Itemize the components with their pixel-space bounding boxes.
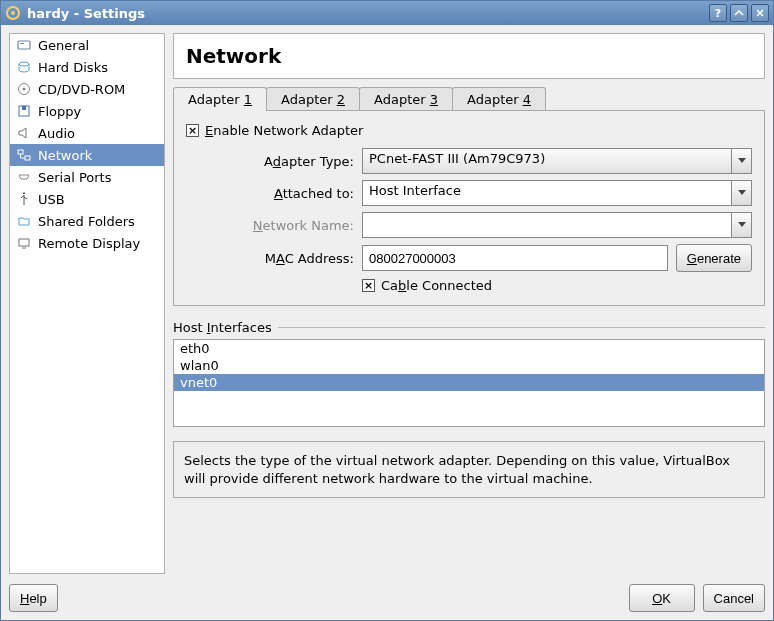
sidebar-item-floppy[interactable]: Floppy — [10, 100, 164, 122]
svg-rect-2 — [18, 41, 30, 49]
sidebar-item-label: Remote Display — [38, 236, 140, 251]
sidebar-item-cd-dvd[interactable]: CD/DVD-ROM — [10, 78, 164, 100]
attached-to-value: Host Interface — [362, 180, 732, 206]
svg-point-4 — [19, 62, 29, 66]
attached-to-label: Attached to: — [206, 186, 354, 201]
hard-disk-icon — [16, 59, 32, 75]
adapter-tabs: Adapter 1 Adapter 2 Adapter 3 Adapter 4 — [173, 87, 765, 111]
tab-adapter-1[interactable]: Adapter 1 — [173, 87, 267, 111]
sidebar-item-usb[interactable]: USB — [10, 188, 164, 210]
audio-icon — [16, 125, 32, 141]
help-button[interactable]: Help — [9, 584, 58, 612]
list-item[interactable]: vnet0 — [174, 374, 764, 391]
tab-adapter-3[interactable]: Adapter 3 — [359, 87, 453, 111]
category-sidebar[interactable]: General Hard Disks CD/DVD-ROM Floppy Aud… — [9, 33, 165, 574]
tab-adapter-2[interactable]: Adapter 2 — [266, 87, 360, 111]
sidebar-item-hard-disks[interactable]: Hard Disks — [10, 56, 164, 78]
adapter-panel: × Enable Network Adapter Adapter Type: P… — [173, 110, 765, 306]
close-titlebar-button[interactable] — [751, 4, 769, 22]
titlebar: hardy - Settings ? — [1, 1, 773, 25]
sidebar-item-label: Hard Disks — [38, 60, 108, 75]
rollup-titlebar-button[interactable] — [730, 4, 748, 22]
window-title: hardy - Settings — [27, 6, 706, 21]
network-icon — [16, 147, 32, 163]
adapter-type-label: Adapter Type: — [206, 154, 354, 169]
sidebar-item-label: CD/DVD-ROM — [38, 82, 125, 97]
sidebar-item-network[interactable]: Network — [10, 144, 164, 166]
svg-rect-3 — [20, 43, 24, 44]
app-icon — [5, 5, 21, 21]
sidebar-item-general[interactable]: General — [10, 34, 164, 56]
disc-icon — [16, 81, 32, 97]
sidebar-item-label: Network — [38, 148, 92, 163]
usb-icon — [16, 191, 32, 207]
cable-connected-checkbox[interactable]: × Cable Connected — [362, 278, 752, 293]
mac-address-input[interactable] — [362, 245, 668, 271]
sidebar-item-label: General — [38, 38, 89, 53]
svg-rect-9 — [18, 150, 23, 154]
svg-rect-8 — [22, 106, 26, 110]
sidebar-item-label: Audio — [38, 126, 75, 141]
serial-icon — [16, 169, 32, 185]
sidebar-item-label: USB — [38, 192, 65, 207]
help-titlebar-button[interactable]: ? — [709, 4, 727, 22]
floppy-icon — [16, 103, 32, 119]
cancel-button[interactable]: Cancel — [703, 584, 765, 612]
sidebar-item-shared-folders[interactable]: Shared Folders — [10, 210, 164, 232]
general-icon — [16, 37, 32, 53]
list-item[interactable]: wlan0 — [174, 357, 764, 374]
checkbox-icon: × — [362, 279, 375, 292]
mac-address-label: MAC Address: — [206, 251, 354, 266]
host-interfaces-list[interactable]: eth0 wlan0 vnet0 — [173, 339, 765, 427]
display-icon — [16, 235, 32, 251]
sidebar-item-label: Floppy — [38, 104, 81, 119]
sidebar-item-audio[interactable]: Audio — [10, 122, 164, 144]
network-name-combo[interactable] — [362, 212, 752, 238]
dropdown-icon — [732, 148, 752, 174]
host-interfaces-label: Host Interfaces — [173, 320, 272, 335]
network-name-input[interactable] — [362, 212, 732, 238]
page-title: Network — [173, 33, 765, 79]
sidebar-item-remote-display[interactable]: Remote Display — [10, 232, 164, 254]
checkbox-icon: × — [186, 124, 199, 137]
dropdown-icon — [732, 180, 752, 206]
sidebar-item-label: Shared Folders — [38, 214, 135, 229]
enable-adapter-checkbox[interactable]: × Enable Network Adapter — [186, 123, 752, 138]
tab-adapter-4[interactable]: Adapter 4 — [452, 87, 546, 111]
folder-icon — [16, 213, 32, 229]
generate-button[interactable]: Generate — [676, 244, 752, 272]
svg-point-1 — [11, 11, 15, 15]
list-item[interactable]: eth0 — [174, 340, 764, 357]
description-box: Selects the type of the virtual network … — [173, 441, 765, 498]
dropdown-icon — [732, 212, 752, 238]
svg-rect-10 — [25, 156, 30, 160]
adapter-type-select[interactable]: PCnet-FAST III (Am79C973) — [362, 148, 752, 174]
sidebar-item-serial-ports[interactable]: Serial Ports — [10, 166, 164, 188]
host-interfaces-section: Host Interfaces eth0 wlan0 vnet0 — [173, 320, 765, 427]
network-name-label: Network Name: — [206, 218, 354, 233]
adapter-type-value: PCnet-FAST III (Am79C973) — [362, 148, 732, 174]
ok-button[interactable]: OK — [629, 584, 695, 612]
svg-point-6 — [23, 88, 26, 91]
attached-to-select[interactable]: Host Interface — [362, 180, 752, 206]
svg-rect-11 — [19, 239, 29, 246]
sidebar-item-label: Serial Ports — [38, 170, 111, 185]
divider — [278, 327, 765, 328]
